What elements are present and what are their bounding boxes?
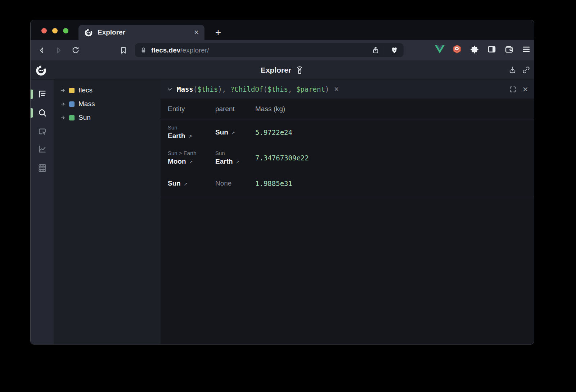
inspector-icon <box>37 127 47 137</box>
sidebar-button[interactable] <box>487 44 496 54</box>
active-panel-indicator-query <box>31 108 33 118</box>
chart-icon <box>37 144 47 154</box>
column-header-parent[interactable]: parent <box>215 105 255 113</box>
browser-menu-button[interactable] <box>521 44 531 54</box>
new-tab-button[interactable]: + <box>212 26 225 39</box>
open-entity-icon[interactable]: ↗ <box>231 130 235 136</box>
fullscreen-icon[interactable] <box>509 86 517 93</box>
entity-link[interactable]: Earth <box>215 158 233 165</box>
url-domain: flecs.dev <box>151 46 180 54</box>
tree-item-flecs[interactable]: flecs <box>54 83 161 97</box>
wallet-button[interactable] <box>504 44 514 54</box>
download-button[interactable] <box>508 66 517 74</box>
inspector-panel-button[interactable] <box>37 127 47 137</box>
minimize-window-button[interactable] <box>52 28 58 33</box>
collapse-chevron-icon[interactable] <box>166 86 173 93</box>
close-panel-icon[interactable]: × <box>523 85 528 94</box>
brave-shields-button[interactable] <box>390 46 399 54</box>
query-expression[interactable]: Mass($this), ?ChildOf($this, $parent) <box>177 85 329 93</box>
entity-link[interactable]: Moon <box>168 158 186 165</box>
close-window-button[interactable] <box>41 28 47 33</box>
icon-rail <box>31 80 54 344</box>
table-row: Sun↗ None↗ 1.9885e31 <box>161 170 534 196</box>
zoom-window-button[interactable] <box>63 28 68 33</box>
table-rows: Sun Earth↗ Sun↗ 5.9722e24 Sun > Earth Mo… <box>161 119 534 196</box>
tree-item-label: Sun <box>78 114 91 122</box>
entity-tree-panel: flecs Mass Sun <box>54 80 161 344</box>
query-panel-button[interactable] <box>37 108 47 118</box>
back-icon <box>37 46 46 55</box>
download-icon <box>508 66 517 74</box>
table-row: Sun Earth↗ Sun↗ 5.9722e24 <box>161 119 534 145</box>
tree-panel-button[interactable] <box>37 89 47 99</box>
tree-item-sun[interactable]: Sun <box>54 111 161 124</box>
expand-arrow-icon[interactable] <box>60 101 66 107</box>
active-panel-indicator-tree <box>31 90 33 99</box>
reload-icon <box>71 46 80 55</box>
entity-link[interactable]: Sun <box>215 128 228 136</box>
query-panel-empty-area <box>161 196 534 344</box>
puzzle-icon <box>470 45 479 54</box>
mass-cell: 5.9722e24 <box>255 119 534 145</box>
entity-path: Sun <box>168 124 215 131</box>
tree-outline-icon <box>37 89 47 99</box>
parent-none-label: None <box>215 179 231 187</box>
flecs-logo <box>35 64 47 76</box>
expand-arrow-icon[interactable] <box>60 115 66 121</box>
entity-path: Sun <box>215 150 255 156</box>
brave-lion-icon <box>390 46 399 54</box>
url-path: /explorer/ <box>180 46 209 54</box>
extensions-button[interactable] <box>469 44 479 54</box>
table-row: Sun > Earth Moon↗ Sun Earth↗ 7.34767309e… <box>161 145 534 170</box>
extension-icons <box>435 44 531 54</box>
entity-link[interactable]: Earth <box>168 132 185 140</box>
share-button[interactable] <box>372 46 380 54</box>
open-entity-icon[interactable]: ↗ <box>189 159 193 165</box>
clear-query-icon[interactable]: × <box>334 85 339 93</box>
browser-tab-explorer[interactable]: Explorer × <box>78 25 204 40</box>
entity-cell: Sun↗ <box>168 170 215 196</box>
back-button[interactable] <box>35 44 48 57</box>
divider <box>385 46 385 55</box>
entity-color-swatch <box>69 88 75 93</box>
mass-value: 5.9722e24 <box>255 128 534 136</box>
stats-panel-button[interactable] <box>37 144 47 154</box>
tab-strip: Explorer × + <box>31 20 534 40</box>
mass-cell: 7.34767309e22 <box>255 145 534 170</box>
open-entity-icon[interactable]: ↗ <box>188 134 192 139</box>
open-entity-icon[interactable]: ↗ <box>236 159 240 165</box>
column-header-mass[interactable]: Mass (kg) <box>255 105 534 113</box>
close-tab-icon[interactable]: × <box>194 28 199 36</box>
entity-color-swatch <box>69 101 75 107</box>
parent-cell: None↗ <box>215 170 255 196</box>
browser-toolbar: flecs.dev/explorer/ <box>31 40 534 60</box>
stacked-tables-icon <box>37 163 47 173</box>
entity-link[interactable]: Sun <box>168 179 181 187</box>
open-entity-icon[interactable]: ↗ <box>184 181 188 187</box>
parent-cell: Sun Earth↗ <box>215 145 255 170</box>
entity-cell: Sun Earth↗ <box>168 119 215 145</box>
tables-panel-button[interactable] <box>37 163 47 173</box>
tree-item-mass[interactable]: Mass <box>54 97 161 111</box>
remote-connection-icon[interactable] <box>295 66 304 74</box>
forward-button[interactable] <box>52 44 65 57</box>
column-header-entity[interactable]: Entity <box>168 105 215 113</box>
entity-cell: Sun > Earth Moon↗ <box>168 145 215 170</box>
bookmark-button[interactable] <box>117 44 130 57</box>
reload-button[interactable] <box>69 44 82 57</box>
vue-icon <box>435 45 445 54</box>
window-controls <box>41 28 68 33</box>
forward-icon <box>54 46 63 55</box>
url-bar[interactable]: flecs.dev/explorer/ <box>135 43 404 57</box>
explorer-header: Explorer <box>31 60 534 80</box>
vue-devtools-extension-button[interactable] <box>435 44 445 54</box>
secure-lock-icon <box>140 47 147 54</box>
hexagon-extension-button[interactable] <box>452 44 462 54</box>
sidebar-icon <box>487 45 496 54</box>
link-icon <box>522 66 530 74</box>
search-icon <box>37 108 47 118</box>
tree-item-label: flecs <box>78 86 93 94</box>
copy-link-button[interactable] <box>522 66 530 74</box>
expand-arrow-icon[interactable] <box>60 87 66 94</box>
share-icon <box>372 46 380 54</box>
